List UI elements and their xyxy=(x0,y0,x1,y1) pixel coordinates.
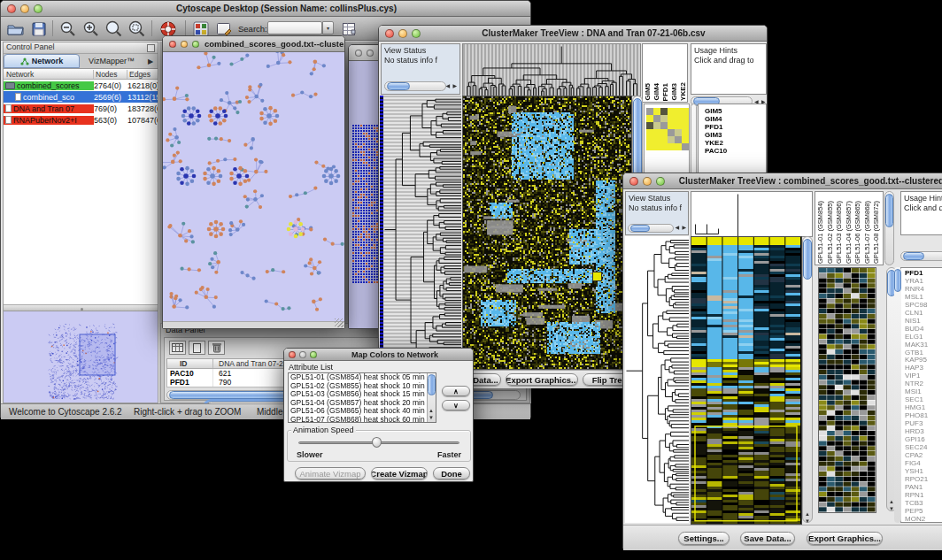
tv1-row-dendrogram-canvas[interactable] xyxy=(383,96,461,368)
network-list-row[interactable]: DNA and Tran 07 769(0) 183728(0) xyxy=(4,103,158,114)
move-attribute-up-button[interactable]: ∧ xyxy=(442,386,470,396)
gene-label[interactable]: GIM4 xyxy=(705,115,766,123)
zoom-button[interactable] xyxy=(656,177,665,186)
zoom-button[interactable] xyxy=(412,29,421,38)
done-button[interactable]: Done xyxy=(433,467,470,479)
scroll-down-icon[interactable] xyxy=(805,518,810,524)
tv2-column-dendrogram-canvas[interactable] xyxy=(691,191,813,237)
column-label[interactable]: YKE2 xyxy=(679,82,688,101)
tv2-gene-list[interactable]: PFD1 YRA1 RNR4 MSL1 SPC98 CLN1 NIS1 BUD4… xyxy=(900,267,942,523)
search-dropdown-button[interactable]: ▾ xyxy=(322,21,334,35)
zoom-button[interactable] xyxy=(34,4,42,13)
settings-button[interactable]: Settings... xyxy=(678,532,730,545)
gene-label[interactable]: MON2 xyxy=(905,516,942,523)
new-attribute-button[interactable] xyxy=(189,341,205,355)
column-header-edges[interactable]: Edges xyxy=(127,70,158,79)
network-view-canvas[interactable] xyxy=(163,52,344,323)
resize-grip[interactable] xyxy=(335,318,344,327)
close-button[interactable] xyxy=(629,177,638,186)
network-window-titlebar[interactable]: combined_scores_good.txt--cluste... xyxy=(163,36,344,52)
column-label[interactable]: GIM3 xyxy=(670,83,679,101)
zoom-button[interactable] xyxy=(310,351,317,358)
tv2-column-labels[interactable]: GPL51-01 (GSM854) GPL51-02 (GSM855) GPL5… xyxy=(815,191,884,265)
close-button[interactable] xyxy=(289,351,296,358)
close-button[interactable] xyxy=(7,4,16,13)
treeview2-titlebar[interactable]: ClusterMaker TreeView : combined_scores_… xyxy=(623,173,942,189)
column-label[interactable]: GPL51-07 (GSM868) xyxy=(863,201,873,264)
attribute-listbox[interactable]: GPL51-01 (GSM854) heat shock 05 min GPL5… xyxy=(288,372,436,423)
float-panel-icon[interactable] xyxy=(147,44,155,52)
tv2-labels-vscrollbar[interactable] xyxy=(884,191,894,265)
search-input[interactable] xyxy=(267,21,322,35)
speed-slider-thumb[interactable] xyxy=(372,437,382,448)
export-graphics-button[interactable]: Export Graphics... xyxy=(807,532,883,545)
close-button[interactable] xyxy=(169,41,176,48)
zoom-selected-button[interactable] xyxy=(127,19,147,39)
tv2-row-dendrogram-canvas[interactable] xyxy=(625,236,689,523)
panel-splitter[interactable] xyxy=(4,304,158,311)
scroll-up-icon[interactable] xyxy=(429,408,434,413)
column-label[interactable]: PFD1 xyxy=(661,83,670,101)
tab-network[interactable]: Network xyxy=(4,54,80,68)
scroll-up-icon[interactable] xyxy=(805,511,810,517)
tv2-status-hscrollbar[interactable] xyxy=(628,224,674,233)
gene-label[interactable]: PFD1 xyxy=(705,123,766,131)
tv2-heatmap-vscrollbar[interactable] xyxy=(802,236,813,523)
column-label[interactable]: GPL51-04 (GSM857) xyxy=(845,201,854,264)
minimize-button[interactable] xyxy=(643,177,652,186)
scrollbar-thumb[interactable] xyxy=(428,374,436,395)
open-file-button[interactable] xyxy=(5,19,26,39)
column-header-nodes[interactable]: Nodes xyxy=(94,70,127,79)
birdseye-overview-canvas[interactable] xyxy=(4,311,158,403)
scrollbar-thumb[interactable] xyxy=(885,194,893,227)
network-list-row[interactable]: RNAPuberNov2+I 563(0) 107847(0) xyxy=(4,114,158,126)
create-vizmap-button[interactable]: Create Vizmap xyxy=(371,467,428,479)
column-label[interactable]: GIM5 xyxy=(644,83,652,101)
zoom-fit-button[interactable] xyxy=(104,19,124,39)
gene-label[interactable]: YKE2 xyxy=(705,139,766,147)
column-label[interactable]: GIM4 xyxy=(652,83,661,101)
tv1-column-labels[interactable]: GIM5 GIM4 PFD1 GIM3 YKE2 PAC10 xyxy=(642,43,688,103)
select-attributes-button[interactable] xyxy=(169,341,186,355)
zoom-button[interactable] xyxy=(192,41,199,48)
gene-label[interactable]: GIM5 xyxy=(705,107,766,115)
scroll-down-icon[interactable] xyxy=(429,415,434,420)
column-label[interactable]: GPL51-02 (GSM855) xyxy=(826,201,836,264)
tv2-genelist-vscrollbar[interactable] xyxy=(894,267,901,523)
tab-vizmapper[interactable]: VizMapper™ xyxy=(80,54,143,68)
scrollbar-thumb[interactable] xyxy=(633,98,642,176)
minimize-button[interactable] xyxy=(20,4,29,13)
dialog-titlebar[interactable]: Map Colors to Network xyxy=(284,349,473,361)
tv1-summary-matrix-canvas[interactable] xyxy=(646,108,689,150)
column-header-network[interactable]: Network xyxy=(4,70,94,79)
scroll-right-icon[interactable] xyxy=(452,83,457,88)
export-graphics-button[interactable]: Export Graphics... xyxy=(506,373,578,386)
tv1-heatmap-canvas[interactable] xyxy=(462,96,632,370)
close-button[interactable] xyxy=(355,50,362,57)
scrollbar-thumb[interactable] xyxy=(630,225,650,232)
tv2-heatmap-canvas[interactable] xyxy=(691,236,802,525)
tv2-hints-hscrollbar[interactable] xyxy=(900,251,942,261)
minimize-button[interactable] xyxy=(299,351,306,358)
minimize-button[interactable] xyxy=(367,50,374,57)
column-label[interactable]: GPL51-06 (GSM865) xyxy=(853,201,863,264)
delete-attribute-button[interactable] xyxy=(208,341,225,355)
network-list-row[interactable]: combined_sco 2569(6) 13112(15) xyxy=(4,91,158,103)
column-label[interactable]: GPL51-08 (GSM872) xyxy=(872,201,882,264)
zoom-out-button[interactable] xyxy=(58,19,78,39)
scrollbar-thumb[interactable] xyxy=(903,252,924,260)
tabs-overflow-arrow[interactable]: ▶ xyxy=(143,54,158,68)
data-column-id[interactable]: ID xyxy=(167,359,213,368)
save-session-button[interactable] xyxy=(28,19,49,39)
treeview1-titlebar[interactable]: ClusterMaker TreeView : DNA and Tran 07-… xyxy=(379,26,767,42)
main-titlebar[interactable]: Cytoscape Desktop (Session Name: collins… xyxy=(1,1,530,17)
minimize-button[interactable] xyxy=(398,29,407,38)
network-table-header[interactable]: Network Nodes Edges xyxy=(4,69,158,80)
column-label[interactable]: GPL51-01 (GSM854) xyxy=(816,201,826,264)
close-button[interactable] xyxy=(385,29,394,38)
tv2-zoom-heatmap-canvas[interactable] xyxy=(818,267,876,513)
network-list-row[interactable]: combined_scores 2764(0) 16218(0) xyxy=(4,80,158,91)
save-data-button[interactable]: Save Data... xyxy=(740,532,795,545)
gene-label[interactable]: GIM3 xyxy=(705,131,766,139)
column-label[interactable]: GPL51-03 (GSM856) xyxy=(835,201,845,264)
